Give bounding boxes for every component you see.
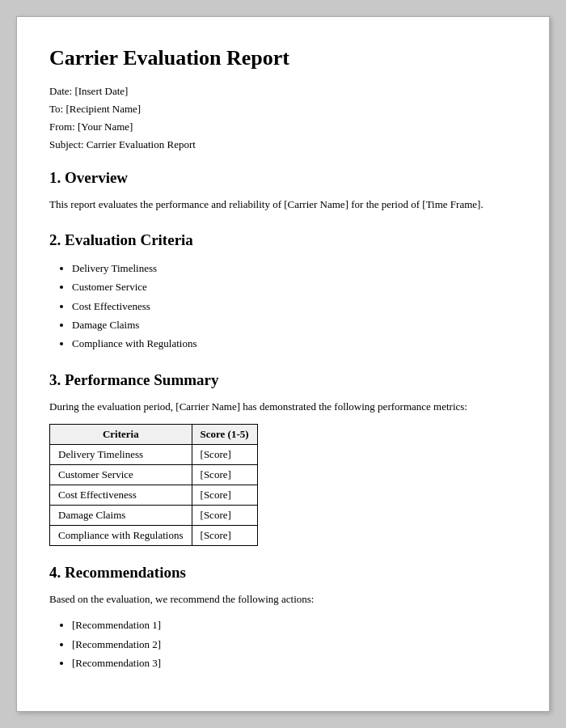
report-title: Carrier Evaluation Report [49, 46, 517, 70]
performance-summary-body: During the evaluation period, [Carrier N… [49, 399, 517, 416]
evaluation-criteria-heading: 2. Evaluation Criteria [49, 231, 517, 249]
list-item: Customer Service [72, 277, 517, 296]
table-cell: Cost Effectiveness [50, 485, 192, 505]
list-item: [Recommendation 1] [72, 616, 517, 634]
overview-heading: 1. Overview [49, 169, 517, 187]
recommendations-heading: 4. Recommendations [49, 564, 517, 582]
table-header-score: Score (1-5) [192, 424, 257, 444]
table-row: Delivery Timeliness [Score] [50, 444, 258, 464]
table-cell: Delivery Timeliness [50, 444, 192, 464]
recommendations-body: Based on the evaluation, we recommend th… [49, 591, 517, 608]
table-cell: [Score] [192, 485, 257, 505]
performance-summary-heading: 3. Performance Summary [49, 371, 517, 389]
list-item: Damage Claims [72, 315, 517, 334]
list-item: [Recommendation 2] [72, 635, 517, 654]
meta-date: Date: [Insert Date] [49, 85, 517, 98]
table-row: Cost Effectiveness [Score] [50, 485, 258, 505]
table-cell: Damage Claims [50, 505, 192, 525]
table-row: Damage Claims [Score] [50, 505, 258, 525]
report-page: Carrier Evaluation Report Date: [Insert … [16, 16, 550, 712]
table-header-criteria: Criteria [50, 424, 192, 444]
table-row: Compliance with Regulations [Score] [50, 525, 258, 545]
list-item: Delivery Timeliness [72, 259, 517, 277]
table-row: Customer Service [Score] [50, 464, 258, 485]
list-item: [Recommendation 3] [72, 654, 517, 672]
meta-subject: Subject: Carrier Evaluation Report [49, 138, 517, 151]
overview-body: This report evaluates the performance an… [49, 197, 517, 214]
recommendations-list: [Recommendation 1] [Recommendation 2] [R… [49, 616, 517, 672]
list-item: Cost Effectiveness [72, 297, 517, 315]
performance-table: Criteria Score (1-5) Delivery Timeliness… [49, 424, 258, 546]
table-cell: [Score] [192, 505, 257, 525]
meta-from: From: [Your Name] [49, 121, 517, 133]
table-cell: [Score] [192, 444, 257, 464]
table-cell: [Score] [192, 525, 257, 545]
list-item: Compliance with Regulations [72, 334, 517, 353]
evaluation-criteria-list: Delivery Timeliness Customer Service Cos… [49, 259, 517, 353]
table-cell: Compliance with Regulations [50, 525, 192, 545]
meta-to: To: [Recipient Name] [49, 103, 517, 116]
table-cell: [Score] [192, 464, 257, 485]
table-cell: Customer Service [50, 464, 192, 485]
